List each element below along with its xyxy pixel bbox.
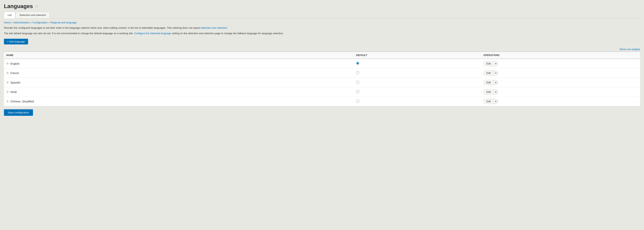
language-name: French [10, 72, 19, 75]
table-row: ✛ Spanish Edit ▾ [4, 78, 640, 87]
edit-button-french[interactable]: Edit [483, 70, 494, 76]
table-header-row: NAME DEFAULT OPERATIONS [4, 52, 640, 59]
detection-selection-link[interactable]: detection and selection [201, 26, 227, 29]
add-language-button[interactable]: + Add language [4, 39, 28, 44]
col-header-operations: OPERATIONS [481, 52, 640, 59]
edit-button-chinese-simplified[interactable]: Edit [483, 99, 494, 104]
edit-button-hindi[interactable]: Edit [483, 89, 494, 94]
col-header-default: DEFAULT [354, 52, 481, 59]
breadcrumb-administration[interactable]: Administration [13, 21, 30, 24]
drag-handle-icon[interactable]: ✛ [6, 81, 9, 84]
breadcrumb-home[interactable]: Home [4, 21, 11, 24]
default-radio-english[interactable] [356, 62, 359, 65]
edit-dropdown-hindi[interactable]: ▾ [494, 89, 498, 94]
table-row: ✛ Chinese, Simplified Edit ▾ [4, 97, 640, 106]
breadcrumb-configuration[interactable]: Configuration [32, 21, 48, 24]
edit-button-spanish[interactable]: Edit [483, 80, 494, 85]
language-name: Hindi [10, 90, 17, 93]
drag-handle-icon[interactable]: ✛ [6, 62, 9, 65]
breadcrumb: Home » Administration » Configuration » … [4, 21, 640, 24]
show-row-weights-row: Show row weights [4, 48, 640, 51]
edit-dropdown-chinese-simplified[interactable]: ▾ [494, 99, 498, 104]
show-row-weights-link[interactable]: Show row weights [620, 48, 640, 51]
configure-selected-language-link[interactable]: Configure the Selected language [134, 32, 171, 35]
default-radio-french[interactable] [356, 71, 359, 74]
edit-dropdown-french[interactable]: ▾ [494, 71, 498, 76]
description-1: Reorder the configured languages to set … [4, 26, 640, 30]
language-name: Chinese, Simplified [10, 100, 34, 103]
language-name: Spanish [10, 81, 20, 84]
default-radio-hindi[interactable] [356, 90, 359, 93]
breadcrumb-regional[interactable]: Regional and language [50, 21, 77, 24]
table-row: ✛ English Edit ▾ [4, 59, 640, 68]
table-row: ✛ Hindi Edit ▾ [4, 87, 640, 97]
tab-list[interactable]: List [4, 12, 15, 18]
tabs-row: List Detection and selection [4, 12, 640, 18]
page-wrapper: Languages ☆ List Detection and selection… [0, 0, 644, 119]
page-title-row: Languages ☆ [4, 3, 640, 10]
drag-handle-icon[interactable]: ✛ [6, 99, 9, 103]
default-radio-spanish[interactable] [356, 81, 359, 84]
table-row: ✛ French Edit ▾ [4, 68, 640, 78]
language-name: English [10, 62, 20, 65]
page-title: Languages [4, 3, 33, 10]
edit-dropdown-english[interactable]: ▾ [494, 61, 498, 66]
edit-dropdown-spanish[interactable]: ▾ [494, 80, 498, 85]
edit-button-english[interactable]: Edit [483, 61, 494, 66]
save-configuration-button[interactable]: Save configuration [4, 109, 33, 116]
languages-table: NAME DEFAULT OPERATIONS ✛ English Edit ▾… [4, 52, 640, 106]
description-2: The site default language can also be se… [4, 32, 640, 35]
favorite-star-icon[interactable]: ☆ [35, 4, 38, 9]
col-header-name: NAME [4, 52, 354, 59]
default-radio-chinese-simplified[interactable] [356, 99, 359, 103]
drag-handle-icon[interactable]: ✛ [6, 90, 9, 94]
drag-handle-icon[interactable]: ✛ [6, 71, 9, 75]
tab-detection[interactable]: Detection and selection [16, 12, 50, 18]
